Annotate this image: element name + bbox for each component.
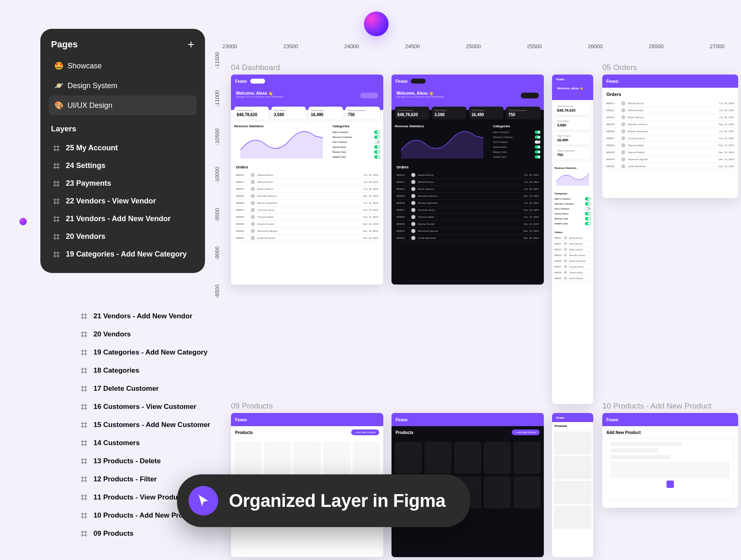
add-product-button[interactable]: + Add New Product	[512, 429, 540, 435]
layer-item[interactable]: 19 Categories - Add New Category	[76, 343, 224, 362]
layer-item[interactable]: 24 Settings	[49, 157, 197, 175]
frame-orders[interactable]: Feaso Orders #89012Wanda McCoyOct. 25, 2…	[602, 75, 738, 198]
order-row[interactable]: #89005Dianne RussellDec. 10, 2024	[236, 221, 378, 228]
toggle[interactable]	[374, 140, 380, 144]
order-row[interactable]: #89006Theresa WebbNov. 19, 2024	[606, 142, 734, 149]
order-row[interactable]: #89010Bobbi JacksonOct. 30, 2024	[396, 186, 539, 193]
page-item-uiux-design[interactable]: 🎨 UI/UX Design	[49, 96, 197, 115]
product-card[interactable]	[353, 442, 380, 474]
order-row[interactable]: #89005Dianne Russell	[555, 275, 591, 281]
order-row[interactable]: #89010Bobbi JacksonOct. 30, 2024	[606, 114, 734, 121]
product-card[interactable]	[454, 442, 481, 474]
toggle[interactable]	[535, 131, 541, 134]
product-card[interactable]	[234, 442, 261, 474]
add-product-button[interactable]: + Add New Product	[351, 429, 379, 435]
order-row[interactable]: #89011Alfred Romero	[555, 241, 591, 247]
toggle[interactable]	[535, 140, 541, 144]
layer-item[interactable]: 15 Customers - Add New Customer	[76, 416, 224, 434]
order-row[interactable]: #89005Dianne RussellDec. 10, 2024	[606, 149, 734, 156]
order-row[interactable]: #89009Marcella JohnsonDec. 12, 2024	[236, 193, 378, 200]
order-row[interactable]: #89008Brandy HackshawOct. 31, 2024	[236, 200, 378, 207]
toggle[interactable]	[585, 222, 591, 225]
order-row[interactable]: #89007Courtney HenryNov. 15, 2024	[606, 135, 734, 142]
order-row[interactable]: #89009Marcella JohnsonDec. 12, 2024	[396, 193, 539, 200]
order-row[interactable]: #89011Alfred RomeroOct. 28, 2024	[606, 107, 734, 114]
layer-item[interactable]: 17 Delete Customer	[76, 380, 224, 398]
layer-item[interactable]: 22 Vendors - View Vendor	[49, 192, 197, 210]
layer-item[interactable]: 19 Categories - Add New Category	[49, 245, 197, 263]
product-card[interactable]	[484, 442, 511, 474]
product-card[interactable]	[395, 442, 422, 474]
toggle[interactable]	[535, 145, 541, 149]
download-button[interactable]	[360, 93, 378, 98]
product-card[interactable]	[554, 481, 592, 504]
toggle[interactable]	[585, 197, 591, 201]
layer-item[interactable]: 20 Vendors	[49, 228, 197, 245]
layer-item[interactable]: 21 Vendors - Add New Vendor	[76, 307, 224, 325]
toggle[interactable]	[374, 135, 380, 139]
order-row[interactable]: #89008Brandy HackshawOct. 31, 2024	[396, 200, 539, 207]
page-item-design-system[interactable]: 🪐 Design System	[49, 76, 197, 96]
frame-dashboard-mobile[interactable]: Feaso Welcome, Alexa 👋 Total Revenue$48,…	[552, 75, 593, 404]
layer-item[interactable]: 09 Products	[76, 525, 224, 543]
toggle[interactable]	[585, 202, 591, 205]
toggle[interactable]	[585, 212, 591, 215]
toggle[interactable]	[374, 131, 380, 134]
product-card[interactable]	[264, 442, 291, 474]
toggle[interactable]	[535, 135, 541, 139]
order-row[interactable]: #89007Courtney HenryNov. 15, 2024	[236, 207, 378, 214]
product-card[interactable]	[554, 506, 592, 529]
product-card[interactable]	[424, 442, 452, 474]
frame-add-product[interactable]: Feaso Add New Product	[602, 413, 738, 508]
product-card[interactable]	[554, 432, 592, 455]
layer-item[interactable]: 20 Vendors	[76, 325, 224, 343]
download-button[interactable]	[521, 93, 539, 98]
toggle[interactable]	[535, 150, 541, 154]
order-row[interactable]: #89010Bobbi JacksonOct. 30, 2024	[236, 186, 378, 193]
order-row[interactable]: #89009Marcella JohnsonDec. 12, 2024	[606, 121, 734, 128]
layer-item[interactable]: 13 Products - Delete	[76, 452, 224, 470]
order-row[interactable]: #89003Leslie AlexanderDec. 20, 2024	[236, 235, 378, 242]
order-row[interactable]: #89012Wanda McCoy	[555, 235, 591, 241]
order-row[interactable]: #89003Leslie AlexanderDec. 20, 2024	[396, 235, 539, 242]
order-row[interactable]: #89009Marcella Johnson	[555, 252, 591, 258]
toggle[interactable]	[374, 145, 380, 149]
product-card[interactable]	[513, 476, 541, 509]
toggle[interactable]	[535, 155, 541, 159]
frame-products-mobile[interactable]: Feaso Products	[552, 413, 593, 557]
order-row[interactable]: #89008Brandy Hackshaw	[555, 258, 591, 264]
layer-item[interactable]: 16 Customers - View Customer	[76, 398, 224, 416]
frame-dashboard-light[interactable]: Feaso Welcome, Alexa 👋 Manage your e-com…	[231, 75, 383, 285]
order-row[interactable]: #89011Alfred RomeroOct. 28, 2024	[236, 179, 378, 186]
order-row[interactable]: #89004Savannah NguyenDec. 16, 2024	[396, 228, 539, 235]
order-row[interactable]: #89012Wanda McCoyOct. 25, 2024	[396, 172, 539, 179]
order-row[interactable]: #89007Courtney HenryNov. 15, 2024	[396, 207, 539, 214]
product-card[interactable]	[323, 442, 350, 474]
order-row[interactable]: #89011Alfred RomeroOct. 28, 2024	[396, 179, 539, 186]
toggle[interactable]	[374, 150, 380, 154]
product-card[interactable]	[484, 476, 511, 509]
layer-item[interactable]: 14 Customers	[76, 434, 224, 452]
toggle[interactable]	[585, 207, 591, 210]
product-card[interactable]	[554, 456, 592, 479]
product-card[interactable]	[294, 442, 321, 474]
product-card[interactable]	[513, 442, 541, 474]
frame-dashboard-dark[interactable]: Feaso Welcome, Alexa 👋 Manage your e-com…	[391, 75, 544, 285]
order-row[interactable]: #89008Brandy HackshawOct. 31, 2024	[606, 128, 734, 135]
order-row[interactable]: #89012Wanda McCoyOct. 25, 2024	[606, 100, 734, 107]
toggle[interactable]	[374, 155, 380, 159]
layer-item[interactable]: 23 Payments	[49, 175, 197, 192]
add-page-button[interactable]: +	[188, 39, 194, 50]
toggle[interactable]	[585, 217, 591, 220]
layer-item[interactable]: 25 My Account	[49, 139, 197, 157]
order-row[interactable]: #89005Dianne RussellDec. 10, 2024	[396, 221, 539, 228]
layer-item[interactable]: 18 Categories	[76, 362, 224, 380]
page-item-showcase[interactable]: 🤩 Showcase	[49, 56, 197, 76]
order-row[interactable]: #89006Theresa WebbNov. 19, 2024	[236, 214, 378, 221]
layer-item[interactable]: 21 Vendors - Add New Vendor	[49, 210, 197, 228]
order-row[interactable]: #89006Theresa WebbNov. 19, 2024	[396, 214, 539, 221]
order-row[interactable]: #89010Bobbi Jackson	[555, 247, 591, 252]
order-row[interactable]: #89004Savannah NguyenDec. 16, 2024	[236, 228, 378, 235]
order-row[interactable]: #89012Wanda McCoyOct. 25, 2024	[236, 172, 378, 179]
order-row[interactable]: #89004Savannah NguyenDec. 16, 2024	[606, 156, 734, 163]
